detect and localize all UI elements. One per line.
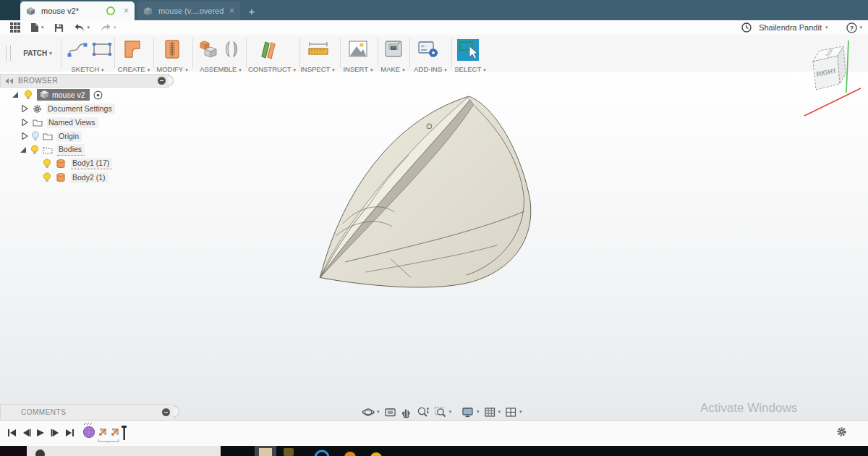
taskbar-app-icon[interactable]: [341, 449, 359, 456]
tab-mouse-recovered[interactable]: mouse (v....overed)* ×: [137, 1, 240, 20]
expander-expanded-icon[interactable]: [12, 91, 19, 98]
create-rectangle-button[interactable]: [91, 39, 113, 59]
redo-button[interactable]: ▾: [100, 23, 116, 32]
tree-row-origin[interactable]: Origin: [0, 130, 166, 143]
stitch-feature-icon[interactable]: [99, 428, 106, 436]
expander-collapsed-icon[interactable]: [21, 105, 28, 112]
tree-row-root[interactable]: mouse v2: [0, 88, 166, 101]
tree-row-body2[interactable]: Body2 (1): [0, 171, 166, 184]
timeline-step-back-button[interactable]: [19, 426, 33, 439]
tree-item-label[interactable]: Bodies: [57, 144, 85, 156]
timeline-go-to-start-button[interactable]: [4, 426, 19, 439]
create-spline-button[interactable]: [67, 39, 88, 59]
timeline-go-to-end-button[interactable]: [62, 426, 77, 439]
tree-item-label[interactable]: Document Settings: [46, 104, 115, 114]
viewports-button[interactable]: ▾: [503, 405, 524, 419]
tab-title: mouse (v....overed)*: [158, 7, 224, 15]
tab-close-icon[interactable]: ×: [224, 6, 240, 16]
timeline-play-button[interactable]: [33, 426, 48, 439]
help-icon[interactable]: ?: [846, 22, 857, 33]
tree-root-label: mouse v2: [52, 90, 85, 99]
browser-panel-header[interactable]: BROWSER: [0, 74, 169, 88]
tree-row-document-settings[interactable]: Document Settings: [0, 102, 166, 115]
grid-icon: [484, 406, 496, 418]
taskbar-app-icon[interactable]: [367, 449, 385, 456]
folder-icon: [33, 118, 43, 127]
workspace-switcher-button[interactable]: PATCH ▾: [16, 35, 59, 72]
redo-icon: [100, 23, 111, 32]
tree-row-bodies[interactable]: Bodies: [0, 143, 166, 156]
fit-button[interactable]: ▾: [433, 405, 454, 419]
tab-mouse-v2[interactable]: mouse v2* ×: [20, 1, 135, 20]
construct-icon: [258, 39, 279, 59]
tree-row-named-views[interactable]: Named Views: [0, 116, 166, 129]
orbit-button[interactable]: ▾: [360, 405, 381, 419]
expander-collapsed-icon[interactable]: [21, 132, 28, 140]
tree-row-body1[interactable]: Body1 (17): [0, 157, 166, 170]
measure-button[interactable]: [307, 39, 330, 59]
timeline-position-marker[interactable]: [122, 426, 127, 440]
timeline-step-forward-button[interactable]: [48, 426, 62, 439]
comments-panel-header[interactable]: COMMENTS: [0, 404, 175, 421]
insert-button[interactable]: [347, 39, 369, 59]
new-document-tab-button[interactable]: +: [243, 1, 260, 20]
job-status-clock-icon[interactable]: [741, 22, 752, 33]
pan-button[interactable]: [399, 405, 414, 419]
panel-display-toggle-icon[interactable]: [158, 77, 166, 85]
timeline-settings-button[interactable]: [836, 426, 847, 437]
bulb-on-icon[interactable]: [43, 172, 51, 182]
tree-root-selected[interactable]: mouse v2: [37, 89, 90, 101]
undo-button[interactable]: ▾: [74, 23, 90, 32]
select-icon: [457, 39, 479, 61]
app-grid-icon: [10, 22, 20, 33]
bulb-off-icon[interactable]: [31, 131, 40, 141]
expander-expanded-icon[interactable]: [20, 146, 27, 153]
joint-icon: [221, 39, 242, 59]
inspect-ruler-icon: [307, 39, 330, 59]
grid-snaps-button[interactable]: ▾: [482, 405, 503, 419]
viewcube[interactable]: RIGHT TOP: [788, 35, 868, 126]
save-button[interactable]: [54, 23, 64, 33]
addins-button[interactable]: >-: [417, 39, 440, 59]
tree-item-label[interactable]: Body2 (1): [71, 172, 109, 183]
tree-item-label[interactable]: Origin: [57, 131, 82, 142]
bulb-on-icon[interactable]: [24, 90, 33, 100]
taskbar-app-icon[interactable]: [284, 448, 294, 456]
look-at-button[interactable]: [383, 405, 398, 419]
expander-collapsed-icon[interactable]: [21, 119, 28, 126]
joint-button[interactable]: [221, 39, 242, 59]
panel-display-toggle-icon[interactable]: [162, 408, 170, 416]
select-button[interactable]: [457, 39, 479, 61]
collapse-arrows-icon[interactable]: [5, 77, 14, 85]
design-canvas[interactable]: RIGHT TOP BROWSER: [0, 72, 868, 420]
bulb-on-icon[interactable]: [30, 145, 39, 155]
new-component-button[interactable]: +: [198, 39, 218, 59]
app-thumbnail-icon: [259, 448, 272, 456]
modify-button[interactable]: [162, 39, 182, 59]
bulb-on-icon[interactable]: [43, 159, 51, 169]
gear-icon: [836, 426, 847, 437]
construct-plane-button[interactable]: [258, 39, 279, 59]
taskbar-active-app-button[interactable]: [255, 446, 276, 456]
app-grid-button[interactable]: [10, 22, 20, 33]
account-name[interactable]: Shailendra Pandit: [759, 23, 822, 32]
file-menu-button[interactable]: ▾: [30, 22, 44, 33]
stitch-feature-icon[interactable]: [111, 428, 119, 436]
make-button[interactable]: [383, 39, 404, 59]
taskbar-corner: [0, 446, 27, 456]
document-cube-icon: [26, 7, 35, 16]
tree-item-label[interactable]: Named Views: [47, 117, 98, 128]
zoom-button[interactable]: [415, 405, 431, 419]
toolbar-grip[interactable]: [6, 45, 11, 61]
form-feature-icon[interactable]: [84, 427, 95, 438]
tab-status-dot: [106, 7, 115, 15]
view-navigation-toolbar: ▾: [360, 404, 524, 420]
folder-icon: [43, 132, 53, 140]
model-vertex-point[interactable]: [427, 124, 432, 129]
activate-radio-icon[interactable]: [93, 90, 103, 100]
display-settings-button[interactable]: ▾: [460, 405, 481, 419]
tab-close-icon[interactable]: ×: [118, 6, 135, 16]
tree-item-label[interactable]: Body1 (17): [71, 158, 112, 169]
create-form-button[interactable]: [122, 39, 143, 59]
taskbar-app-icon[interactable]: [313, 448, 331, 456]
